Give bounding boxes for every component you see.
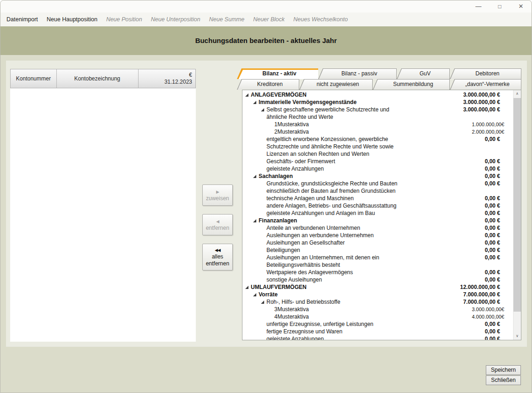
column-header-betrag[interactable]: € 31.12.2023	[139, 69, 195, 88]
tab-guv[interactable]: GuV	[397, 68, 450, 79]
tab-davon-vermerke[interactable]: „davon“-Vermerke	[450, 79, 521, 90]
tree-item[interactable]: UMLAUFVERMÖGEN12.000.000,00 €	[242, 283, 513, 291]
tree-item-value: 7.000.000,00 €	[435, 291, 513, 298]
tree-item[interactable]: Ausleihungen an Unternehmen, mit denen e…	[242, 254, 513, 269]
expander-icon[interactable]	[244, 91, 251, 98]
expander-icon[interactable]	[260, 106, 266, 113]
tree-item-value: 0,00 €	[435, 246, 513, 254]
menu-item-neue-unterposition[interactable]: Neue Unterposition	[150, 15, 202, 24]
bilanz-aktiv-tree-panel: ANLAGEVERMÖGEN3.000.000,00 €Immaterielle…	[242, 90, 521, 340]
tree-item[interactable]: Roh-, Hilfs- und Betriebsstoffe7.000.000…	[242, 298, 513, 306]
expander-icon[interactable]	[252, 172, 259, 180]
tree-item-label: andere Anlagen, Betriebs- und Geschäftsa…	[266, 202, 435, 209]
column-header-kontonummer[interactable]: Kontonummer	[11, 69, 57, 88]
tree-item-value: 3.000.000,00€	[435, 306, 513, 313]
tree-item[interactable]: Anteile an verbundenen Unternehmen0,00 €	[242, 224, 513, 232]
tab-bilanz-aktiv[interactable]: Bilanz - aktiv	[237, 68, 318, 79]
menu-item-neues-wechselkonto[interactable]: Neues Wechselkonto	[292, 15, 349, 24]
menu-item-neue-hauptposition[interactable]: Neue Hauptposition	[45, 15, 99, 24]
tab-label: Kreditoren	[237, 79, 299, 90]
tree-item[interactable]: geleistete Anzahlungen0,00 €	[242, 335, 513, 340]
expander-icon[interactable]	[244, 283, 251, 291]
column-header-kontobezeichnung[interactable]: Kontobezeichnung	[57, 69, 139, 88]
tree-item-label: sonstige Ausleihungen	[266, 276, 435, 283]
expander-spacer	[268, 128, 274, 135]
entfernen-button[interactable]: ◀entfernen	[202, 214, 233, 235]
tree-item[interactable]: Selbst geschaffene gewerbliche Schutzrec…	[242, 106, 513, 121]
tree-item[interactable]: andere Anlagen, Betriebs- und Geschäftsa…	[242, 202, 513, 209]
expander-spacer	[260, 269, 266, 276]
titlebar: — □ ✕	[0, 0, 532, 12]
tree-item[interactable]: sonstige Ausleihungen0,00 €	[242, 276, 513, 283]
tree-item[interactable]: 4Musteraktiva4.000.000,00€	[242, 313, 513, 320]
tree-item[interactable]: Immaterielle Vermögensgegenstände3.000.0…	[242, 98, 513, 106]
alles-entfernen-button[interactable]: ◀◀alles entfernen	[202, 244, 233, 270]
close-button[interactable]: ✕	[510, 0, 532, 12]
close-dialog-button[interactable]: Schließen	[486, 375, 521, 385]
tree-item[interactable]: 3Musteraktiva3.000.000,00€	[242, 306, 513, 313]
tree-item[interactable]: Grundstücke, grundstücksgleiche Rechte u…	[242, 180, 513, 195]
tree-item-label: Wertpapiere des Anlagevermögens	[266, 269, 435, 276]
save-button[interactable]: Speichern	[486, 365, 521, 375]
tree-scrollbar[interactable]: ∧ ∨	[513, 90, 521, 340]
scrollbar-thumb[interactable]	[514, 98, 521, 312]
tree-item[interactable]: geleistete Anzahlungen0,00 €	[242, 165, 513, 172]
tree-item[interactable]: Wertpapiere des Anlagevermögens0,00 €	[242, 269, 513, 276]
expander-spacer	[260, 209, 266, 217]
menu-item-datenimport[interactable]: Datenimport	[5, 15, 39, 24]
tab-kreditoren[interactable]: Kreditoren	[237, 79, 299, 90]
expander-spacer	[260, 202, 266, 209]
expander-icon[interactable]	[260, 298, 266, 306]
tab-debitoren[interactable]: Debitoren	[450, 68, 521, 79]
tree-item[interactable]: Ausleihungen an Gesellschafter0,00 €	[242, 239, 513, 246]
tree-item[interactable]: 1Musteraktiva1.000.000,00€	[242, 121, 513, 128]
tab-bilanz-passiv[interactable]: Bilanz - passiv	[318, 68, 397, 79]
scroll-down-icon[interactable]: ∨	[514, 332, 521, 340]
tree-item[interactable]: Geschäfts- oder Firmenwert0,00 €	[242, 158, 513, 165]
tree-item-label: Geschäfts- oder Firmenwert	[266, 158, 435, 165]
tree-item-label: Beteiligungen	[266, 246, 435, 254]
tree-item-label: geleistete Anzahlungen und Anlagen im Ba…	[266, 209, 435, 217]
tree-item[interactable]: entgeltlich erworbene Konzessionen, gewe…	[242, 135, 513, 158]
tree-item-value: 4.000.000,00€	[435, 313, 513, 320]
tree-item[interactable]: Finanzanlagen0,00 €	[242, 217, 513, 224]
tree-item[interactable]: Sachanlagen0,00 €	[242, 172, 513, 180]
tree-item[interactable]: fertige Erzeugnisse und Waren0,00 €	[242, 328, 513, 335]
tree-item-value: 3.000.000,00 €	[435, 106, 513, 113]
tree-item-label: Immaterielle Vermögensgegenstände	[259, 98, 435, 106]
tab-label: nicht zugewiesen	[299, 79, 373, 90]
button-label: entfernen	[206, 225, 230, 232]
minimize-button[interactable]: —	[468, 0, 489, 12]
tab-nicht-zugewiesen[interactable]: nicht zugewiesen	[299, 79, 373, 90]
tree-item[interactable]: unfertige Erzeugnisse, unfertige Leistun…	[242, 320, 513, 328]
tree-item-value: 0,00 €	[435, 135, 513, 143]
tree-item[interactable]: ANLAGEVERMÖGEN3.000.000,00 €	[242, 91, 513, 98]
tree-item-value: 1.000.000,00€	[435, 121, 513, 128]
tree-item[interactable]: Beteiligungen0,00 €	[242, 246, 513, 254]
tree-item[interactable]: technische Anlagen und Maschinen0,00 €	[242, 195, 513, 202]
expander-icon[interactable]	[252, 291, 259, 298]
expander-spacer	[260, 135, 266, 143]
tree-item[interactable]: geleistete Anzahlungen und Anlagen im Ba…	[242, 209, 513, 217]
tree-item-value: 2.000.000,00€	[435, 128, 513, 135]
menu-item-neue-summe[interactable]: Neue Summe	[208, 15, 246, 24]
tree-item-value: 0,00 €	[435, 224, 513, 232]
scroll-up-icon[interactable]: ∧	[514, 90, 521, 98]
expander-icon[interactable]	[252, 98, 259, 106]
tab-label: Summenbildung	[373, 79, 450, 90]
accounts-table-body[interactable]	[10, 88, 196, 342]
tree-item-label: unfertige Erzeugnisse, unfertige Leistun…	[266, 320, 435, 328]
zuweisen-button[interactable]: ▶zuweisen	[202, 184, 233, 206]
menu-item-neuer-block[interactable]: Neuer Block	[252, 15, 286, 24]
tree-item-value: 0,00 €	[435, 202, 513, 209]
tree-item[interactable]: Ausleihungen an verbundene Unternehmen0,…	[242, 232, 513, 239]
tree-item-value: 12.000.000,00 €	[435, 283, 513, 291]
tree-item[interactable]: Vorräte7.000.000,00 €	[242, 291, 513, 298]
tab-summenbildung[interactable]: Summenbildung	[373, 79, 450, 90]
tree-item-value: 0,00 €	[435, 269, 513, 276]
expander-icon[interactable]	[252, 217, 259, 224]
tree-item[interactable]: 2Musteraktiva2.000.000,00€	[242, 128, 513, 135]
menu-item-neue-position[interactable]: Neue Position	[105, 15, 144, 24]
maximize-button[interactable]: □	[489, 0, 510, 12]
tree-item-value: 0,00 €	[435, 165, 513, 172]
